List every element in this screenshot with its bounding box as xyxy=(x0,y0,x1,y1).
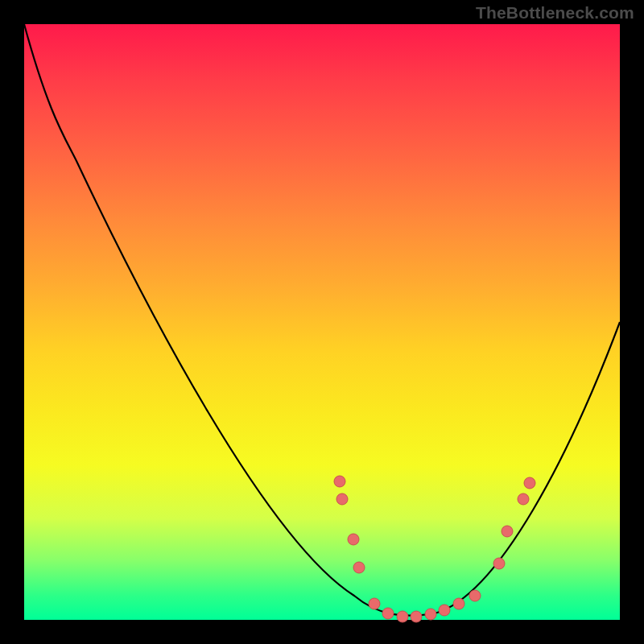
data-point xyxy=(353,562,365,573)
data-point xyxy=(493,558,505,569)
data-point xyxy=(334,476,345,487)
plot-area xyxy=(24,24,620,620)
bottleneck-curve xyxy=(24,24,620,616)
data-point xyxy=(397,611,408,622)
data-point xyxy=(524,477,535,489)
data-point xyxy=(453,598,464,609)
data-point xyxy=(439,605,450,616)
watermark-text: TheBottleneck.com xyxy=(476,3,634,23)
data-point xyxy=(469,590,481,601)
data-point xyxy=(518,493,529,505)
data-point xyxy=(502,526,513,537)
data-point xyxy=(348,534,359,545)
data-point xyxy=(369,598,380,609)
data-point xyxy=(425,609,436,620)
data-point xyxy=(382,608,394,619)
chart-frame: TheBottleneck.com xyxy=(0,0,644,644)
data-point xyxy=(411,611,422,622)
dot-series xyxy=(334,476,535,622)
data-point xyxy=(336,493,348,505)
curve-svg xyxy=(24,24,620,620)
